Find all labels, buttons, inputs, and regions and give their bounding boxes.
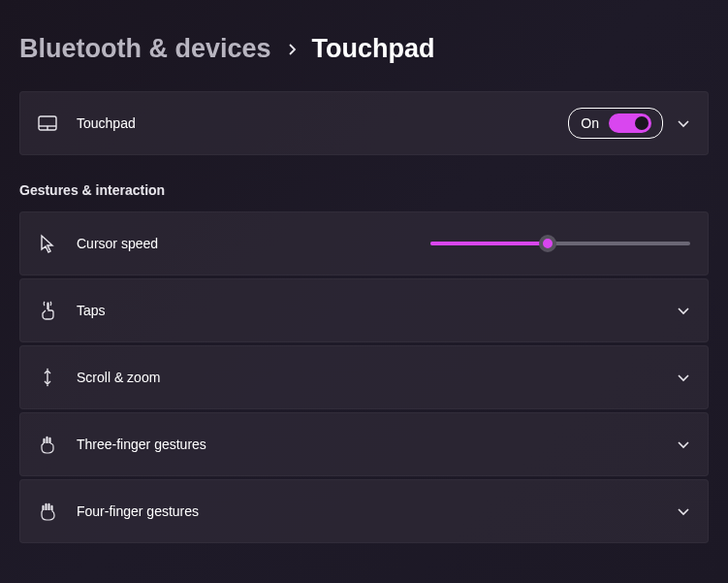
four-finger-label: Four-finger gestures <box>77 503 663 519</box>
scroll-icon <box>38 368 57 387</box>
touchpad-toggle-container: On <box>568 108 663 139</box>
chevron-down-icon <box>677 306 690 315</box>
cursor-speed-label: Cursor speed <box>77 236 430 251</box>
breadcrumb-current: Touchpad <box>312 34 435 64</box>
three-finger-label: Three-finger gestures <box>77 437 663 452</box>
chevron-down-icon <box>677 372 690 382</box>
breadcrumb-parent[interactable]: Bluetooth & devices <box>19 34 271 64</box>
breadcrumb: Bluetooth & devices Touchpad <box>19 34 709 64</box>
touchpad-toggle-state: On <box>581 115 599 131</box>
cursor-speed-slider[interactable] <box>430 234 690 253</box>
tap-icon <box>38 301 57 320</box>
chevron-down-icon <box>677 506 690 516</box>
slider-track <box>430 242 690 245</box>
toggle-thumb <box>635 116 649 130</box>
cursor-speed-row: Cursor speed <box>19 211 709 275</box>
touchpad-toggle-row: Touchpad On <box>19 91 709 155</box>
touchpad-toggle[interactable] <box>609 113 651 133</box>
scroll-zoom-label: Scroll & zoom <box>77 370 663 385</box>
taps-label: Taps <box>77 303 663 318</box>
scroll-zoom-row[interactable]: Scroll & zoom <box>19 345 709 409</box>
hand-icon <box>38 502 57 521</box>
four-finger-row[interactable]: Four-finger gestures <box>19 479 709 543</box>
touchpad-label: Touchpad <box>77 115 568 131</box>
taps-row[interactable]: Taps <box>19 278 709 342</box>
section-title: Gestures & interaction <box>19 182 709 198</box>
svg-point-3 <box>47 369 48 371</box>
slider-fill <box>430 242 548 245</box>
expand-chevron[interactable] <box>677 118 690 128</box>
chevron-down-icon <box>677 439 690 449</box>
cursor-icon <box>38 234 57 253</box>
touchpad-icon <box>38 113 57 133</box>
chevron-right-icon <box>287 43 297 56</box>
slider-thumb[interactable] <box>539 235 556 252</box>
hand-icon <box>38 435 57 454</box>
svg-point-4 <box>47 385 48 387</box>
three-finger-row[interactable]: Three-finger gestures <box>19 412 709 476</box>
